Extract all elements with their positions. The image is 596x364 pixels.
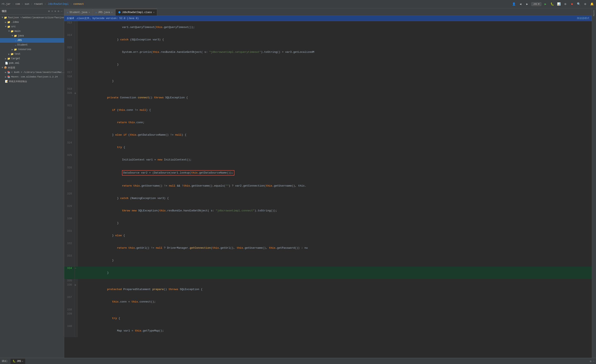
code-line: } [78,254,592,267]
tree-label: main [15,30,21,33]
java-file-icon: ☕ [15,44,16,47]
tree-item-main[interactable]: ▼ 📁 main [0,29,64,34]
tree-item-target[interactable]: ▶ 📁 target [0,56,64,61]
breadcrumb-com[interactable]: com [15,3,20,6]
sidebar-sort-icon[interactable]: ⊛ [54,10,56,13]
line-number: 335 [64,279,74,283]
coverage-button[interactable]: 📊 [556,2,561,7]
line-number: 338 [64,308,74,312]
xml-icon: 📄 [5,62,8,65]
sidebar-collapse-icon[interactable]: ≡ [51,10,53,13]
sidebar-title: 项目 [2,9,7,13]
tab-student[interactable]: ☕ Student.java ✕ [64,9,93,15]
gutter [74,104,78,116]
line-number: 331 [64,230,74,242]
debug-settings-icon[interactable]: ⚙ [590,360,591,363]
breadcrumb-class[interactable]: JdbcRowSetImpl [48,3,68,6]
code-line: var1.setQueryTimeout(this.getQueryTimeou… [78,21,592,34]
tab-close-jrs[interactable]: ✕ [111,11,113,14]
gutter [74,325,78,337]
sidebar: 项目 ⊞ ≡ ⊛ ⚙ — ▼ 📁 fastjson ~/webSec/javaU… [0,8,64,358]
run-button[interactable]: ▶ [543,2,548,7]
tree-item-pom[interactable]: 📄 pom.xml [0,61,64,66]
code-line: } else { [78,230,592,242]
expand-icon: ▼ [12,34,13,37]
tree-item-resources[interactable]: ▶ 📁 resources [0,47,64,52]
tab-close-jdbcrowset[interactable]: ✕ [153,11,155,14]
debug-tabs-bar: 调试: 🐛 JRS ✕ ⚙ — [0,358,596,364]
expand-icon: ▶ [5,57,7,60]
expand-icon: ▶ [12,48,13,51]
debug-button[interactable]: 🐛 [550,2,555,7]
debug-minimize-icon[interactable]: — [593,360,594,363]
forward-button[interactable]: ▶ [525,2,530,7]
tab-jrs[interactable]: ☕ JRS.java ✕ [93,9,115,15]
line-number: 333 [64,254,74,267]
tree-item-test[interactable]: ▶ 📁 test [0,52,64,56]
code-row: 320 ◎ private Connection connect() throw… [64,91,592,104]
stop-button[interactable]: ■ [569,2,574,7]
more-run-button[interactable]: ⚙ [563,2,568,7]
tree-item-idea[interactable]: ▶ 📁 .idea [0,20,64,24]
breadcrumb-area: rt.jar › com › sun › rowset › JdbcRowSet… [2,3,511,6]
line-number: 319 [64,87,74,91]
tree-item-java[interactable]: ▼ 📁 java [0,34,64,38]
line-number: 324 [64,141,74,154]
jrs-label: JRS [533,3,537,5]
debug-tab-label: JRS [16,360,21,363]
java-icon: ☕ [96,11,97,14]
gutter [74,192,78,205]
bottom-area: 调试: 🐛 JRS ✕ ⚙ — 调试器 控制台 ▶ ↷ ↓ ↓↓ ↑ [0,358,596,364]
sidebar-settings-icon[interactable]: ⚙ [58,10,59,13]
breadcrumb-rt[interactable]: rt.jar [2,3,11,6]
settings-button[interactable]: ⚙ [583,2,588,7]
debug-tab-close[interactable]: ✕ [22,360,23,363]
reader-mode-button[interactable]: 阅读器模式 [577,16,589,20]
back-button[interactable]: ◀ [518,2,523,7]
code-line: return this.getUsername() != null && !th… [78,180,592,192]
tree-label: src [11,25,16,28]
tree-label: resources [18,48,31,51]
code-row: 324 try { [64,141,592,154]
tree-label: fastjson ~/webSec/javaUnserizlize/fastjs… [8,16,64,19]
maven-tab[interactable]: Maven [592,9,596,17]
jrs-config-button[interactable]: JRS ▼ [531,2,541,6]
gutter [74,75,78,87]
tree-item-src[interactable]: ▼ 📁 src [0,24,64,29]
tree-item-external-libs[interactable]: ▼ 📦 外部库 [0,66,64,70]
gutter [74,46,78,58]
tree-item-maven[interactable]: ▶ 📚 Maven: com.alibaba:fastjson:1.2.24 [0,74,64,79]
tree-item-jdk[interactable]: ▶ 📚 < 8u65 > /Library/Java/JavaVirtualMa… [0,70,64,74]
sidebar-expand-icon[interactable]: ⊞ [48,10,50,13]
code-line: } catch (NamingException var3) { [78,192,592,205]
code-table: 313 var1.setQueryTimeout(this.getQueryTi… [64,21,592,337]
search-button[interactable]: 🔍 [576,2,581,7]
code-row-326: 326 DataSource var2 = (DataSource)var1.l… [64,166,592,180]
tree-label: 外部库 [8,66,15,70]
breadcrumb-rowset[interactable]: rowset [34,3,43,6]
folder-icon: 📁 [4,16,7,19]
tab-close-student[interactable]: ✕ [89,11,90,14]
gutter [74,34,78,46]
line-number: 315 [64,46,74,58]
tree-item-fastjson[interactable]: ▼ 📁 fastjson ~/webSec/javaUnserizlize/fa… [0,15,64,20]
gutter [74,242,78,254]
sidebar-tree: ▼ 📁 fastjson ~/webSec/javaUnserizlize/fa… [0,15,64,358]
tab-jdbcrowset[interactable]: 🔷 JdbcRowSetImpl.class ✕ [115,9,157,15]
tree-item-scratch[interactable]: 📝 草稿文件和控制台 [0,79,64,84]
breadcrumb-sun[interactable]: sun [25,3,29,6]
top-bar-actions: 👤 ◀ ▶ JRS ▼ ▶ 🐛 📊 ⚙ ■ 🔍 ⚙ 🔔 [512,2,594,7]
gutter [74,71,78,75]
tree-item-jrs[interactable]: ☕ JRS [0,38,64,43]
decompile-text: 反编译 .class文件, bytecode version: 52.0 (Ja… [67,16,139,20]
code-editor[interactable]: 313 var1.setQueryTimeout(this.getQueryTi… [64,21,592,358]
breadcrumb-method[interactable]: connect [74,3,84,6]
line-number: 322 [64,116,74,129]
line-number: 320 [64,91,74,104]
tree-item-student[interactable]: ☕ Student [0,43,64,47]
user-icon[interactable]: 👤 [512,2,516,7]
code-line: } [78,217,592,230]
notifications-button[interactable]: 🔔 [589,2,594,7]
debug-tab-active[interactable]: 🐛 JRS ✕ [11,359,25,364]
sidebar-minimize-icon[interactable]: — [61,10,62,13]
